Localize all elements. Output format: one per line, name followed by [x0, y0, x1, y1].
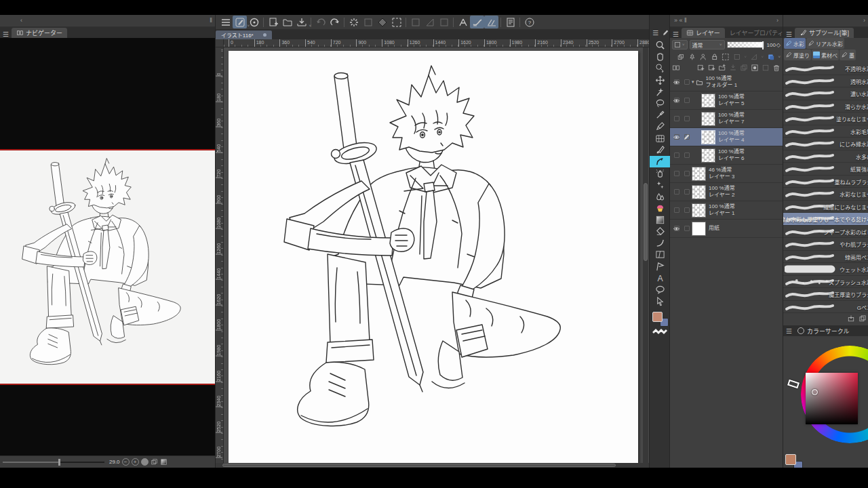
brush-item[interactable]: 紙質強め: [783, 163, 868, 176]
drawing-canvas[interactable]: [229, 51, 638, 463]
panel-menu-icon[interactable]: ☰: [650, 29, 661, 37]
layer-row[interactable]: ▾ 46 %通常 レイヤー 3: [670, 165, 783, 183]
brush-item[interactable]: Gペン: [783, 301, 868, 314]
layer-row[interactable]: ▾ 100 %通常 フォルダー 1: [670, 73, 783, 92]
main-menu[interactable]: ˅: [218, 16, 233, 28]
layer-opacity-slider[interactable]: [727, 41, 765, 48]
main-color-swatch[interactable]: [785, 454, 796, 465]
new-folder-icon[interactable]: [718, 64, 726, 72]
brush-item[interactable]: 滑らか水彩: [783, 100, 868, 113]
move-layer-tool[interactable]: [650, 75, 671, 86]
zoom-tool[interactable]: [650, 39, 671, 51]
zoom-in-button[interactable]: +: [132, 458, 139, 466]
reset-view-icon[interactable]: [160, 458, 167, 466]
balloon-tool[interactable]: [650, 284, 671, 296]
apply-mask-icon[interactable]: [762, 64, 770, 72]
panel-collapse-icon[interactable]: ‹: [20, 17, 22, 24]
undo[interactable]: ˅: [313, 16, 328, 28]
new-file[interactable]: ˅: [266, 16, 280, 28]
enable-mask-icon[interactable]: [733, 53, 741, 61]
brush-item[interactable]: シャープ水彩のばし: [783, 226, 868, 239]
delete-layer-icon[interactable]: [772, 64, 781, 72]
saturation-value-cursor[interactable]: [812, 389, 818, 395]
brush-item[interactable]: 線画用ペン: [783, 251, 868, 264]
layer-row[interactable]: ▾ 100 %通常 レイヤー 6: [670, 146, 783, 165]
clip-to-layer-icon[interactable]: [677, 53, 685, 61]
brush-item[interactable]: 水彩毛筆: [783, 125, 868, 138]
transparent-color-icon[interactable]: [652, 328, 668, 335]
subtool-category[interactable]: 墨: [840, 49, 856, 60]
layer-thumbnail[interactable]: [701, 94, 715, 108]
brush-item[interactable]: スプラッシュ水彩: [783, 276, 868, 289]
layer-thumbnail[interactable]: [692, 185, 706, 199]
brush-item[interactable]: 水彩なじませ: [783, 188, 868, 201]
layer-thumbnail[interactable]: [692, 222, 706, 236]
layer-row[interactable]: ▾ 100 %通常 レイヤー 7: [670, 110, 783, 128]
help[interactable]: ˅: [522, 16, 536, 28]
folder-collapse-caret[interactable]: ▾: [692, 79, 694, 85]
layer-thumbnail[interactable]: [692, 203, 706, 218]
hue-cursor[interactable]: [787, 380, 800, 389]
layer-thumbnail[interactable]: [692, 167, 706, 181]
horizontal-scrollbar[interactable]: [216, 463, 649, 468]
brush-item[interactable]: 塗り&なじませ: [783, 113, 868, 125]
duplicate-subtool-icon[interactable]: [859, 314, 867, 323]
text-tool[interactable]: [650, 272, 671, 284]
panel-handle-icon[interactable]: ‖: [210, 17, 212, 24]
layer-row[interactable]: ▾ 100 %通常 レイヤー 4: [670, 128, 783, 146]
layer-row[interactable]: ▾ 100 %通常 レイヤー 1: [670, 201, 783, 220]
layer-row[interactable]: ▾ 100 %通常 レイヤー 5: [670, 92, 783, 110]
panel-arrow-icon[interactable]: ›: [863, 17, 865, 24]
auto-select-tool[interactable]: [650, 86, 671, 98]
ruler-range-icon[interactable]: [750, 53, 758, 61]
navigator-zoom-slider[interactable]: [3, 459, 104, 466]
subtool-category[interactable]: 素材べ: [812, 49, 839, 60]
layer-visibility-toggle[interactable]: [671, 225, 682, 232]
decoration-tool[interactable]: [650, 179, 671, 190]
import-subtool-icon[interactable]: [847, 314, 855, 323]
brush-item[interactable]: 魔王厚塗りブラシ: [783, 288, 868, 301]
clear[interactable]: ˅: [361, 16, 375, 28]
frame-tool[interactable]: [650, 249, 671, 260]
layer-visibility-toggle[interactable]: [671, 134, 682, 141]
airbrush-tool[interactable]: [650, 167, 671, 179]
csp-tool[interactable]: ˅: [233, 16, 247, 28]
merge-down-icon[interactable]: [740, 64, 748, 72]
curve-tool[interactable]: [650, 237, 671, 249]
brush-item[interactable]: 不透明水彩: [783, 62, 868, 75]
processing[interactable]: ˅: [347, 16, 361, 28]
brush-item[interactable]: 濃い水彩: [783, 87, 868, 100]
layer-thumbnail[interactable]: [701, 130, 715, 144]
document-tab[interactable]: イラスト116*: [216, 30, 272, 39]
panel-menu-icon[interactable]: ☰: [0, 30, 12, 38]
tab-layers[interactable]: レイヤー: [682, 28, 725, 38]
select-pen-tool[interactable]: [650, 296, 671, 307]
blend-thumb-select[interactable]: ˅: [672, 40, 688, 49]
blend-mode-select[interactable]: 通常˅: [690, 40, 725, 49]
canvas-viewport[interactable]: 0180360540720900108012601440162018001980…: [216, 47, 649, 463]
custom-brush-tool[interactable]: [650, 203, 671, 214]
hand-tool[interactable]: [650, 51, 671, 62]
invert-selection[interactable]: ˅: [422, 16, 437, 28]
polyline-tool[interactable]: [650, 261, 671, 272]
operate-tool[interactable]: [650, 62, 671, 74]
brush-tool[interactable]: [650, 144, 671, 156]
snap-grid[interactable]: ˅: [484, 16, 498, 28]
clip-studio[interactable]: ˅: [247, 16, 261, 28]
brush-item[interactable]: 透明水彩: [783, 75, 868, 88]
brush-item[interactable]: にじみ縁水彩: [783, 138, 868, 150]
snap-ruler[interactable]: ˅: [456, 16, 470, 28]
tab-navigator[interactable]: ナビゲーター: [12, 28, 67, 38]
panel-menu-icon[interactable]: ☰: [670, 30, 682, 38]
tab-subtool[interactable]: サブツール[筆]: [795, 28, 854, 38]
panel-arrow-icon[interactable]: ›: [776, 17, 778, 24]
brush-item[interactable]: ウェット水彩: [783, 263, 868, 276]
fill[interactable]: ˅: [375, 16, 389, 28]
panel-expand-icon[interactable]: » « ‖: [674, 17, 687, 24]
main-color-swatches[interactable]: [652, 312, 669, 327]
split-panel-icon[interactable]: [672, 64, 680, 72]
lasso-tool[interactable]: [650, 98, 671, 109]
selection-border[interactable]: ˅: [437, 16, 451, 28]
vertical-scrollbar[interactable]: [643, 47, 648, 463]
subtool-category[interactable]: 水彩: [784, 38, 806, 49]
